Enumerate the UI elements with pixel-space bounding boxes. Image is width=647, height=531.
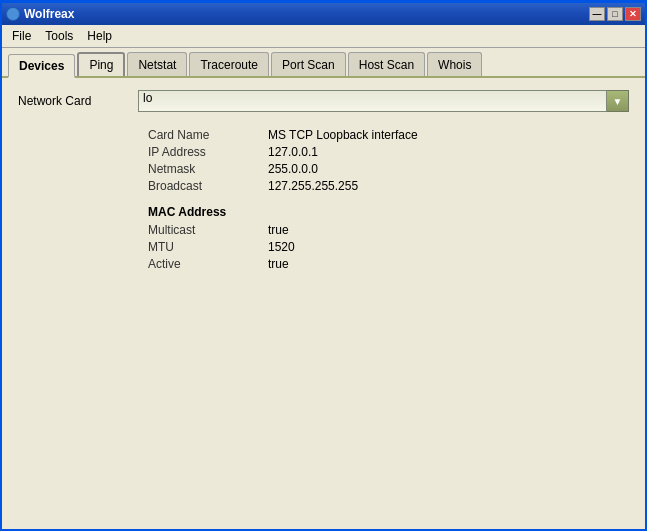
minimize-button[interactable]: —: [589, 7, 605, 21]
info-key-multicast: Multicast: [148, 223, 268, 237]
info-row-active: Active true: [148, 257, 629, 271]
menu-help[interactable]: Help: [81, 27, 118, 45]
network-card-label: Network Card: [18, 94, 138, 108]
menu-file[interactable]: File: [6, 27, 37, 45]
tab-ping[interactable]: Ping: [77, 52, 125, 76]
tab-port-scan[interactable]: Port Scan: [271, 52, 346, 76]
network-card-row: Network Card lo ▼: [18, 90, 629, 112]
content-area: Network Card lo ▼ Card Name MS TCP Loopb…: [2, 78, 645, 529]
network-card-dropdown-container: lo ▼: [138, 90, 629, 112]
info-row-mtu: MTU 1520: [148, 240, 629, 254]
maximize-button[interactable]: □: [607, 7, 623, 21]
info-value-active: true: [268, 257, 289, 271]
tab-bar: Devices Ping Netstat Traceroute Port Sca…: [2, 48, 645, 78]
info-key-broadcast: Broadcast: [148, 179, 268, 193]
info-value-mtu: 1520: [268, 240, 295, 254]
info-key-ip: IP Address: [148, 145, 268, 159]
info-row-ip: IP Address 127.0.0.1: [148, 145, 629, 159]
info-key-active: Active: [148, 257, 268, 271]
info-key-card-name: Card Name: [148, 128, 268, 142]
dropdown-arrow-button[interactable]: ▼: [607, 90, 629, 112]
mac-section-title: MAC Address: [148, 205, 629, 219]
info-value-ip: 127.0.0.1: [268, 145, 318, 159]
network-card-value[interactable]: lo: [138, 90, 607, 112]
tab-whois[interactable]: Whois: [427, 52, 482, 76]
info-row-netmask: Netmask 255.0.0.0: [148, 162, 629, 176]
title-bar: Wolfreax — □ ✕: [2, 3, 645, 25]
card-info-section: Card Name MS TCP Loopback interface IP A…: [148, 128, 629, 271]
tab-traceroute[interactable]: Traceroute: [189, 52, 269, 76]
tab-netstat[interactable]: Netstat: [127, 52, 187, 76]
close-button[interactable]: ✕: [625, 7, 641, 21]
menubar: File Tools Help: [2, 25, 645, 48]
tab-devices[interactable]: Devices: [8, 54, 75, 78]
info-key-mtu: MTU: [148, 240, 268, 254]
title-bar-buttons: — □ ✕: [589, 7, 641, 21]
app-window: Wolfreax — □ ✕ File Tools Help Devices P…: [0, 0, 647, 531]
info-value-card-name: MS TCP Loopback interface: [268, 128, 418, 142]
tab-host-scan[interactable]: Host Scan: [348, 52, 425, 76]
network-info-block: Card Name MS TCP Loopback interface IP A…: [148, 128, 629, 193]
info-value-broadcast: 127.255.255.255: [268, 179, 358, 193]
app-icon: [6, 7, 20, 21]
window-title: Wolfreax: [24, 7, 74, 21]
info-value-multicast: true: [268, 223, 289, 237]
info-value-netmask: 255.0.0.0: [268, 162, 318, 176]
menu-tools[interactable]: Tools: [39, 27, 79, 45]
mac-info-block: MAC Address Multicast true MTU 1520 Acti…: [148, 205, 629, 271]
info-row-card-name: Card Name MS TCP Loopback interface: [148, 128, 629, 142]
title-bar-left: Wolfreax: [6, 7, 74, 21]
info-row-broadcast: Broadcast 127.255.255.255: [148, 179, 629, 193]
info-key-netmask: Netmask: [148, 162, 268, 176]
info-row-multicast: Multicast true: [148, 223, 629, 237]
